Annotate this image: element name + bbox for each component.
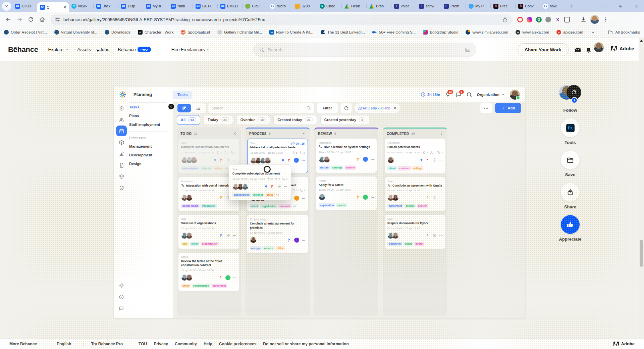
dragged-card-overlay[interactable]: SaleComplete subscription documents12 ap… [229,164,291,200]
bookmark-item[interactable]: awww.alexa.com [516,30,549,35]
board-search-icon[interactable] [466,92,472,98]
card-menu-icon[interactable]: ••• [371,196,374,199]
card-menu-icon[interactable]: ••• [302,239,305,242]
footer-link[interactable]: Do not sell or share my personal informa… [263,342,348,346]
bookmark-item[interactable]: Bootstrap Studio [423,30,458,35]
bookmark-item[interactable]: Spotplaats.nl [181,30,210,35]
browser-tab[interactable]: AFree [491,0,516,12]
action-tools[interactable]: PsTools [561,118,580,145]
footer-link[interactable]: Community [175,342,197,346]
calendar-nav-item[interactable] [116,126,127,136]
ideas-button[interactable]: 12 [445,92,451,98]
footer-link[interactable]: Privacy [154,342,168,346]
action-share[interactable]: Share [561,183,580,209]
remove-date-filter-icon[interactable] [393,106,396,110]
education-nav-item[interactable] [116,171,127,182]
extension-icon[interactable]: X [555,17,560,22]
action-save[interactable]: Save [561,151,580,177]
settings-nav-item[interactable] [116,280,127,291]
task-card[interactable]: OfficeReview the terms of the office con… [178,253,239,291]
nav-explore[interactable]: Explore [48,47,69,52]
column-collapse-icon[interactable] [371,132,375,136]
bookmark-item[interactable]: dCharacter | Work [138,30,174,35]
mail-icon[interactable] [574,46,581,53]
info-nav-item[interactable] [116,291,127,303]
footer-link[interactable]: Cookie preferences [219,342,256,346]
site-search-input[interactable]: Search... [253,43,476,57]
sidebar-item-development[interactable]: Development [129,151,173,159]
browser-tab[interactable]: BēNibb [168,0,193,12]
reload-button[interactable] [25,14,36,25]
bookmark-item[interactable]: Order Receipt | Virt... [4,30,47,35]
column-collapse-icon[interactable] [439,132,443,136]
browser-tab[interactable]: Bran [367,0,391,12]
browser-tab[interactable]: Fvoice [391,0,416,12]
browser-menu-icon[interactable] [603,17,608,22]
bookmark-item[interactable]: 50+ Free Coming S... [372,30,416,35]
sidebar-collapse-button[interactable] [168,104,174,109]
task-card[interactable]: InstallationGive a lecture on system set… [316,139,377,173]
users-nav-item[interactable] [116,114,127,125]
card-menu-icon[interactable]: ••• [439,158,443,161]
action-follow[interactable]: Follow [559,85,581,113]
nav-assets[interactable]: Assets [77,47,91,52]
browser-tab[interactable]: BēMyBi [143,0,168,12]
organization-selector[interactable]: Organization [477,93,505,97]
card-menu-icon[interactable]: ••• [439,234,443,237]
footer-more-behance[interactable]: More Behance [9,342,41,346]
browser-tab[interactable]: Fsoftw [416,0,441,12]
sidebar-item-plans[interactable]: Plans [129,111,173,120]
sidebar-item-tasks[interactable]: Tasks [129,103,173,111]
kanban-view-button[interactable] [177,104,191,112]
time-tracker[interactable]: 4h 15m [421,92,440,97]
browser-tab[interactable]: AConv [516,0,540,12]
bookmark-item[interactable]: Gallery | Chantal Mil... [217,30,262,35]
extension-icon[interactable] [517,17,523,22]
card-menu-icon[interactable]: ••• [371,158,374,161]
window-minimize-button[interactable] [598,0,613,12]
document-nav-item[interactable] [116,159,127,171]
filter-chip-created-today[interactable]: Created today21 [273,115,317,125]
sidebar-item-design[interactable]: Design [129,159,173,168]
task-card[interactable]: SaleConclude an agreement with Ongila01 … [385,177,445,211]
tab-search-button[interactable] [2,2,11,11]
browser-tab[interactable]: BēGL H [193,0,218,12]
bookmark-item[interactable]: Virtual University of... [54,30,97,35]
nav-hire-freelancers[interactable]: Hire Freelancers [171,47,210,52]
card-menu-icon[interactable]: ••• [439,196,443,199]
browser-tab[interactable]: BēUI/UX [12,0,37,12]
task-card[interactable]: SaleComplete subscription documents12 ap… [232,168,287,197]
appreciate-button[interactable] [561,215,580,234]
card-menu-icon[interactable]: ••• [302,197,305,200]
sidebar-item-staff-employment[interactable]: Staff employment [129,120,173,129]
board-search-input[interactable]: Search [208,103,314,113]
behance-logo[interactable]: Bēhance [8,45,38,54]
chart-nav-item[interactable] [116,148,127,159]
extension-icon[interactable] [545,17,551,22]
filter-button[interactable]: Filter [317,103,338,113]
cube-nav-item[interactable] [116,137,127,148]
bookmark-item[interactable]: www.similarweb.com [466,30,508,35]
card-menu-icon[interactable]: ••• [233,276,236,279]
notifications-bell-icon[interactable] [585,46,592,53]
card-menu-icon[interactable]: ••• [233,158,236,161]
browser-tab[interactable]: BēEMED [218,0,243,12]
footer-try-behance-pro[interactable]: Try Behance Pro [91,342,123,346]
bookmark-item[interactable]: Downloads [105,30,130,35]
window-close-button[interactable] [629,0,644,12]
save-button[interactable] [561,151,580,169]
browser-tab[interactable]: 3298 [292,0,317,12]
board-user-avatar[interactable] [510,90,520,100]
tasks-tab[interactable]: Tasks [173,91,192,99]
browser-tab[interactable]: FPrem [441,0,466,12]
forward-button[interactable] [14,14,25,25]
nav-behance-pro[interactable]: BehancePRO [118,47,151,52]
browser-tab[interactable]: My P [466,0,491,12]
card-menu-icon[interactable]: ••• [284,185,287,188]
task-card[interactable]: PatentApply for a patent12 apr 09:00 - 1… [316,177,377,211]
column-collapse-icon[interactable] [233,132,237,136]
filter-chip-today[interactable]: Today23 [204,115,233,125]
browser-tab[interactable]: Clou [243,0,267,12]
footer-link[interactable]: TOU [139,342,147,346]
bookmark-item[interactable]: inHow To Create A Kil... [269,30,313,35]
